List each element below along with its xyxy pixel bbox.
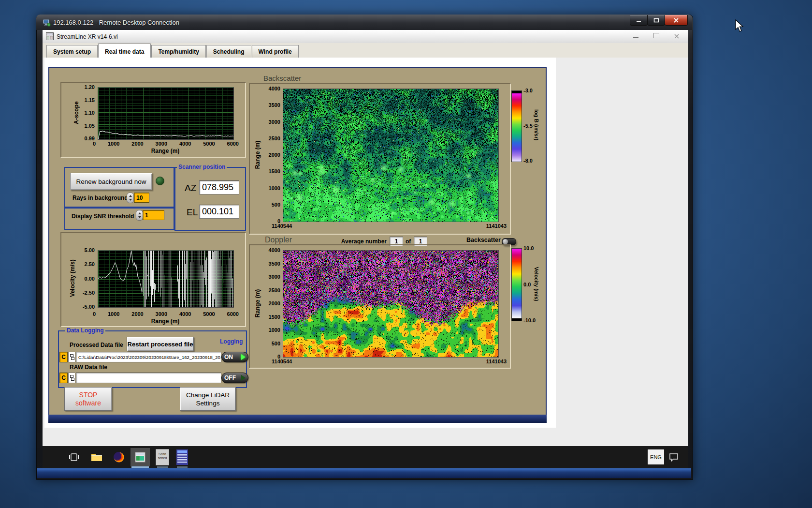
vi-maximize-icon[interactable] xyxy=(653,33,659,38)
open-app-indicator xyxy=(157,466,168,468)
vi-close-icon[interactable] xyxy=(674,32,680,41)
file-explorer-icon[interactable] xyxy=(91,452,102,464)
mouse-cursor xyxy=(735,19,744,35)
change-lidar-settings-button[interactable]: Change LiDARSettings xyxy=(180,387,236,411)
raw-data-file-label: RAW Data file xyxy=(70,364,107,371)
rdp-close-button[interactable] xyxy=(665,15,688,26)
scanner-position-title: Scanner position xyxy=(177,164,227,170)
az-label: AZ xyxy=(185,183,196,194)
backscatter-x-right: 1141043 xyxy=(458,223,507,229)
renew-background-button[interactable]: Renew background now xyxy=(70,173,152,190)
velocity-ylabel: Velocity (m/s) xyxy=(69,259,76,297)
vi-title: StreamLine XR v14-6.vi xyxy=(57,33,118,40)
colorbar-cap-low xyxy=(512,318,522,321)
processed-browse-button[interactable] xyxy=(68,352,75,362)
processed-drive-button[interactable]: C xyxy=(59,352,68,362)
logging-label: Logging xyxy=(218,339,244,345)
rdp-bottom-border xyxy=(37,468,691,478)
snr-threshold-label: Display SNR threshold xyxy=(72,213,134,220)
backscatter-toggle-label: Backscatter xyxy=(466,237,501,243)
ascope-yticks: 1.201.151.101.050.99 xyxy=(79,84,95,141)
velocity-yticks: 5.002.500.00-2.50-5.00 xyxy=(76,247,95,310)
el-field: 000.101 xyxy=(199,205,239,219)
panel-bottom-bar xyxy=(48,415,547,423)
scanner-position-box xyxy=(174,167,246,231)
tab-real-time-data[interactable]: Real time data xyxy=(98,44,151,58)
raw-path-input[interactable] xyxy=(76,373,221,383)
ascope-xlabel: Range (m) xyxy=(136,148,194,154)
tab-scheduling[interactable]: Scheduling xyxy=(206,45,251,58)
vi-icon xyxy=(46,32,54,42)
backscatter-colorbar xyxy=(511,90,522,162)
logging-off-toggle[interactable]: OFF xyxy=(221,373,248,383)
language-indicator[interactable]: ENG xyxy=(648,449,664,464)
velocity-xlabel: Range (m) xyxy=(136,318,194,325)
scan-scheduler-icon[interactable]: Scansched xyxy=(156,449,169,465)
raw-drive-button[interactable]: C xyxy=(59,373,68,383)
tab-temp-humidity[interactable]: Temp/humidity xyxy=(151,45,205,58)
task-view-icon[interactable] xyxy=(69,452,79,464)
rays-spinner[interactable] xyxy=(127,193,134,203)
data-logging-title: Data Logging xyxy=(65,328,105,334)
average-number-label: Average number xyxy=(319,238,387,245)
active-app-indicator xyxy=(131,466,149,468)
log-viewer-icon[interactable] xyxy=(176,449,188,467)
ascope-canvas xyxy=(98,87,234,140)
backscatter-ylabel: Range (m) xyxy=(254,141,261,169)
processed-data-file-label: Processed Data file xyxy=(70,342,123,348)
firefox-icon[interactable] xyxy=(113,451,125,465)
backscatter-canvas xyxy=(283,89,499,222)
tab-system-setup[interactable]: System setup xyxy=(46,45,98,58)
rdp-minimize-button[interactable] xyxy=(630,15,648,26)
rdp-maximize-button[interactable] xyxy=(647,15,665,26)
doppler-ylabel: Range (m) xyxy=(254,289,261,318)
snr-spinner[interactable] xyxy=(136,210,143,221)
stop-software-button[interactable]: STOPsoftware xyxy=(64,387,112,411)
raw-browse-button[interactable] xyxy=(68,373,75,383)
vi-minimize-icon[interactable] xyxy=(633,37,638,38)
ascope-xticks: 0100020003000400050006000 xyxy=(93,141,239,147)
backscatter-title: Backscatter xyxy=(263,74,301,82)
renew-led xyxy=(156,177,164,185)
rays-in-background-label: Rays in background xyxy=(72,194,128,201)
tabstrip: System setup Real time data Temp/humidit… xyxy=(43,43,688,58)
el-label: EL xyxy=(187,207,198,218)
ascope-ylabel: A-scope xyxy=(73,101,80,124)
az-field: 078.995 xyxy=(199,180,239,194)
backscatter-colorbar-label: log B (/m/sr) xyxy=(534,109,539,140)
average-of-label: of xyxy=(406,238,411,245)
rdp-icon xyxy=(43,18,51,29)
desktop: 192.168.0.122 - Remote Desktop Connectio… xyxy=(0,0,812,508)
velocity-canvas xyxy=(98,250,234,308)
velocity-xticks: 0100020003000400050006000 xyxy=(93,311,239,317)
vi-titlebar xyxy=(43,30,688,44)
processed-path-input[interactable]: C:\Lidar\Data\Proc\2023\202309\20230918\… xyxy=(76,352,221,362)
doppler-title: Doppler xyxy=(265,236,292,244)
backscatter-colorbar-ticks: -3.0-5.5-8.0 xyxy=(523,88,533,164)
doppler-x-right: 1141043 xyxy=(458,359,507,364)
backscatter-yticks: 40003500300025002000150010005000 xyxy=(263,86,280,224)
backscatter-x-left: 1140544 xyxy=(272,223,292,229)
doppler-canvas xyxy=(283,250,499,358)
streamline-app-taskbar-button[interactable] xyxy=(130,448,150,466)
action-center-icon[interactable] xyxy=(669,453,679,463)
snr-field[interactable]: 1 xyxy=(143,210,164,220)
rays-field[interactable]: 10 xyxy=(134,193,149,203)
doppler-x-left: 1140544 xyxy=(272,359,292,364)
restart-processed-file-button[interactable]: Restart processed file xyxy=(127,337,194,351)
open-app-indicator xyxy=(177,466,188,468)
doppler-yticks: 40003500300025002000150010005000 xyxy=(263,247,280,359)
logging-on-toggle[interactable]: ON xyxy=(221,352,248,362)
doppler-colorbar xyxy=(511,248,522,321)
rdp-title: 192.168.0.122 - Remote Desktop Connectio… xyxy=(53,19,179,26)
tab-wind-profile[interactable]: Wind profile xyxy=(252,45,299,58)
doppler-colorbar-label: Velocity (m/s) xyxy=(534,267,539,301)
